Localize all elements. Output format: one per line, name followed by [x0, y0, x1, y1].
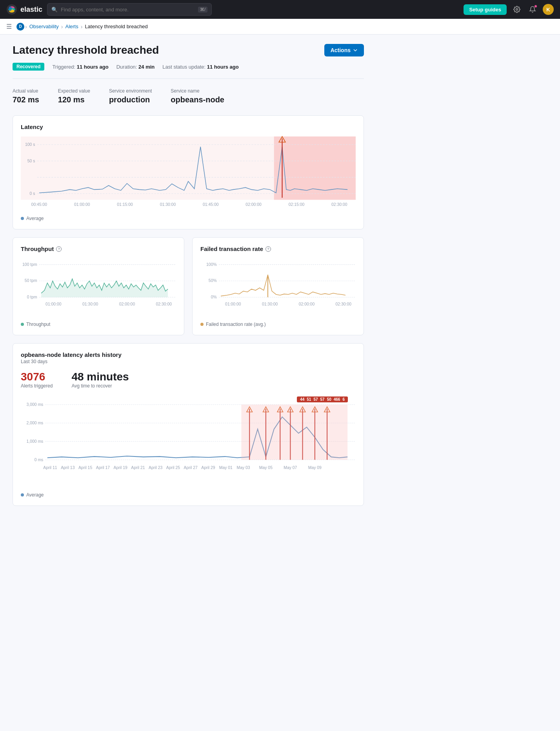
- search-icon: 🔍: [51, 7, 58, 13]
- setup-guides-button[interactable]: Setup guides: [464, 4, 507, 15]
- alert-history-chart-container: 44 51 57 57 50 466 6 3,000 ms 2,000 ms 1…: [21, 396, 356, 487]
- svg-text:April 21: April 21: [131, 466, 145, 470]
- throughput-chart-svg: 100 tpm 50 tpm 0 tpm 01:00:00 01:30:00 0…: [21, 258, 176, 316]
- failed-tx-legend-label: Failed transaction rate (avg.): [206, 322, 266, 327]
- svg-text:0 s: 0 s: [30, 191, 35, 196]
- svg-text:0 ms: 0 ms: [35, 458, 44, 462]
- throughput-help-icon[interactable]: ?: [56, 246, 62, 252]
- alert-history-card: opbeans-node latency alerts history Last…: [13, 343, 364, 506]
- elastic-logo[interactable]: elastic: [6, 4, 42, 15]
- failed-tx-chart-card: Failed transaction rate ? 100% 50% 0% 01…: [192, 237, 364, 335]
- tooltip-val-2: 51: [307, 397, 311, 402]
- tooltip-val-3: 57: [313, 397, 318, 402]
- alert-history-legend: Average: [21, 492, 356, 498]
- last-update-item: Last status update: 11 hours ago: [162, 64, 238, 70]
- metric-expected-value: Expected value 120 ms: [58, 88, 90, 104]
- svg-text:50 s: 50 s: [27, 159, 35, 163]
- triggered-item: Triggered: 11 hours ago: [52, 64, 108, 70]
- svg-text:May 03: May 03: [237, 466, 250, 470]
- metric-service-name: Service name opbeans-node: [171, 88, 224, 104]
- latency-chart-title: Latency: [21, 124, 356, 130]
- settings-icon[interactable]: [511, 4, 522, 15]
- svg-text:02:30:00: 02:30:00: [156, 302, 172, 306]
- alert-history-chart-svg: 3,000 ms 2,000 ms 1,000 ms 0 ms April 11…: [21, 396, 356, 486]
- search-input[interactable]: [61, 7, 195, 13]
- two-col-charts: Throughput ? 100 tpm 50 tpm 0 tpm 01:00:…: [13, 237, 364, 335]
- metrics-row: Actual value 702 ms Expected value 120 m…: [13, 88, 364, 104]
- breadcrumb-sep-1: ›: [25, 24, 27, 30]
- status-badge: Recovered: [13, 63, 44, 71]
- tooltip-val-7: 6: [342, 397, 345, 402]
- svg-text:02:30:00: 02:30:00: [331, 202, 347, 207]
- alerts-triggered-stat: 3076 Alerts triggered: [21, 371, 53, 389]
- user-avatar[interactable]: K: [543, 4, 554, 15]
- alerts-triggered-label: Alerts triggered: [21, 383, 53, 389]
- notification-dot: [534, 5, 537, 8]
- svg-text:May 05: May 05: [259, 466, 273, 470]
- latency-legend-dot: [21, 217, 24, 220]
- avg-recover-label: Avg time to recover: [71, 383, 129, 389]
- main-content: Latency threshold breached Actions Recov…: [0, 35, 376, 523]
- breadcrumb-sep-2: ›: [61, 24, 63, 30]
- failed-tx-title-row: Failed transaction rate ?: [200, 245, 356, 252]
- svg-text:00:45:00: 00:45:00: [31, 202, 47, 207]
- failed-tx-chart-title: Failed transaction rate: [200, 245, 263, 252]
- tooltip-val-4: 57: [320, 397, 325, 402]
- svg-text:01:30:00: 01:30:00: [262, 302, 278, 306]
- breadcrumb-sep-3: ›: [81, 24, 83, 30]
- svg-text:02:00:00: 02:00:00: [245, 202, 262, 207]
- failed-tx-help-icon[interactable]: ?: [265, 246, 271, 252]
- page-header: Latency threshold breached Actions: [13, 44, 364, 56]
- breadcrumb-observability[interactable]: Observability: [28, 24, 60, 29]
- throughput-legend: Throughput: [21, 322, 176, 327]
- svg-text:April 25: April 25: [166, 466, 180, 470]
- svg-text:01:15:00: 01:15:00: [117, 202, 133, 207]
- svg-text:100%: 100%: [206, 262, 217, 267]
- svg-text:50 tpm: 50 tpm: [25, 279, 37, 283]
- svg-point-4: [9, 6, 12, 11]
- svg-text:01:30:00: 01:30:00: [160, 202, 176, 207]
- svg-text:April 29: April 29: [201, 466, 215, 470]
- svg-text:50%: 50%: [209, 279, 217, 283]
- tooltip-val-6: 466: [334, 397, 340, 402]
- page-title: Latency threshold breached: [13, 44, 159, 56]
- alert-history-legend-label: Average: [26, 492, 44, 498]
- svg-text:100 s: 100 s: [25, 142, 35, 147]
- breadcrumb-current: Latency threshold breached: [83, 24, 149, 29]
- metric-actual-value: Actual value 702 ms: [13, 88, 39, 104]
- breadcrumb-home[interactable]: D: [16, 23, 24, 31]
- tooltip-val-5: 50: [327, 397, 331, 402]
- actions-button[interactable]: Actions: [324, 44, 364, 56]
- breadcrumb-alerts[interactable]: Alerts: [64, 24, 80, 29]
- sidebar-toggle[interactable]: ☰: [6, 23, 12, 30]
- svg-text:01:00:00: 01:00:00: [225, 302, 241, 306]
- alert-tooltip-bar: 44 51 57 57 50 466 6: [297, 396, 348, 402]
- failed-tx-chart-container: 100% 50% 0% 01:00:00 01:30:00 02:00:00 0…: [200, 258, 356, 317]
- alert-history-legend-dot: [21, 493, 24, 496]
- svg-text:02:00:00: 02:00:00: [299, 302, 315, 306]
- svg-text:01:45:00: 01:45:00: [203, 202, 219, 207]
- svg-text:02:00:00: 02:00:00: [119, 302, 135, 306]
- svg-text:0 tpm: 0 tpm: [27, 295, 37, 300]
- alert-history-subtitle: Last 30 days: [21, 359, 356, 364]
- throughput-legend-dot: [21, 323, 24, 326]
- top-navigation: elastic 🔍 ⌘/ Setup guides K: [0, 0, 560, 19]
- global-search[interactable]: 🔍 ⌘/: [47, 3, 212, 16]
- svg-text:April 27: April 27: [184, 466, 198, 470]
- alerts-triggered-number: 3076: [21, 371, 53, 383]
- notifications-icon[interactable]: [527, 4, 538, 15]
- svg-text:April 17: April 17: [96, 466, 110, 470]
- svg-text:April 19: April 19: [113, 466, 127, 470]
- throughput-chart-card: Throughput ? 100 tpm 50 tpm 0 tpm 01:00:…: [13, 237, 184, 335]
- svg-text:April 13: April 13: [61, 466, 75, 470]
- throughput-chart-container: 100 tpm 50 tpm 0 tpm 01:00:00 01:30:00 0…: [21, 258, 176, 317]
- svg-text:April 15: April 15: [78, 466, 92, 470]
- elastic-logo-icon: [6, 4, 17, 15]
- svg-text:May 07: May 07: [284, 466, 297, 470]
- throughput-title-row: Throughput ?: [21, 245, 176, 252]
- svg-text:1,000 ms: 1,000 ms: [26, 439, 43, 444]
- nav-icons: K: [511, 4, 554, 15]
- metric-service-env: Service environment production: [109, 88, 152, 104]
- latency-chart-svg: 100 s 50 s 0 s 00:45:00 01:00:00 01:15:0…: [21, 136, 356, 210]
- svg-text:0%: 0%: [211, 295, 217, 300]
